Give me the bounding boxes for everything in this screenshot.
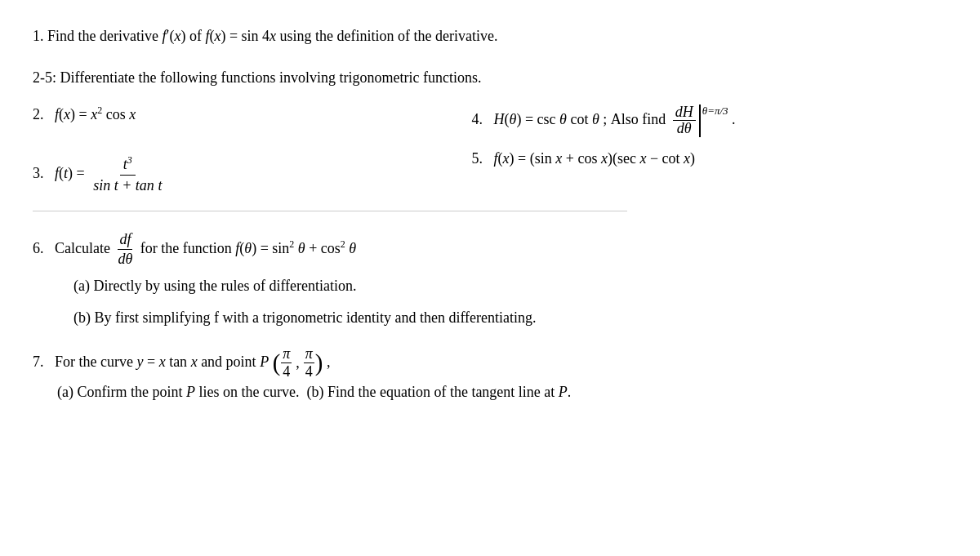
p3-number: 3. — [33, 165, 44, 181]
header-25-text: 2-5: Differentiate the following functio… — [33, 69, 482, 86]
df-dfrac: df dθ — [116, 231, 134, 268]
p2-number: 2. — [33, 106, 44, 122]
p6-b-text: (b) By first simplifying f with a trigon… — [74, 309, 537, 326]
p7-number: 7. — [33, 354, 44, 370]
p2-text: f — [55, 106, 59, 122]
section-divider — [33, 211, 627, 211]
problem-6-block: 6. Calculate df dθ for the function f(θ)… — [33, 231, 947, 331]
problem-5-block: 5. f(x) = (sin x + cos x)(sec x − cot x) — [472, 150, 911, 167]
p-coord-1: π 4 — [281, 345, 292, 380]
problem-3-block: 3. f(t) = t3 sin t + tan t — [33, 154, 472, 194]
row-p3-p5: 3. f(t) = t3 sin t + tan t 5. f(x) = (si… — [33, 150, 947, 194]
p6-a-text: (a) Directly by using the rules of diffe… — [74, 278, 357, 294]
dH-dfrac: dH dθ — [673, 105, 696, 138]
p7-sub: (a) Confirm the point P lies on the curv… — [57, 384, 947, 401]
p7-sub-text: (a) Confirm the point P lies on the curv… — [57, 384, 571, 400]
p5-number: 5. — [472, 150, 483, 167]
eval-bar: dH dθ θ=π/3 — [671, 105, 728, 138]
p7-main: 7. For the curve y = x tan x and point P… — [33, 345, 947, 380]
row-p2-p4: 2. f(x) = x2 cos x 4. H(θ) = csc θ cot θ… — [33, 105, 947, 138]
problem-1: 1. Find the derivative f′(x) of f(x) = s… — [33, 24, 947, 48]
p4-number: 4. — [472, 111, 483, 127]
p6-main: 6. Calculate df dθ for the function f(θ)… — [33, 231, 947, 268]
problem-4-block: 4. H(θ) = csc θ cot θ ; Also find dH dθ … — [472, 105, 911, 138]
problem-7-block: 7. For the curve y = x tan x and point P… — [33, 345, 947, 401]
p1-text: Find the derivative f′(x) of f(x) = sin … — [47, 28, 498, 44]
p6-sub-b: (b) By first simplifying f with a trigon… — [74, 305, 947, 331]
problem-2-block: 2. f(x) = x2 cos x — [33, 105, 472, 123]
p3-fraction: t3 sin t + tan t — [90, 154, 165, 194]
p1-number: 1. — [33, 28, 44, 44]
p6-sub-a: (a) Directly by using the rules of diffe… — [74, 273, 947, 299]
p-coord-2: π 4 — [304, 345, 314, 380]
p6-number: 6. — [33, 240, 44, 256]
eval-subscript: θ=π/3 — [702, 105, 728, 138]
header-2-5: 2-5: Differentiate the following functio… — [33, 66, 947, 90]
